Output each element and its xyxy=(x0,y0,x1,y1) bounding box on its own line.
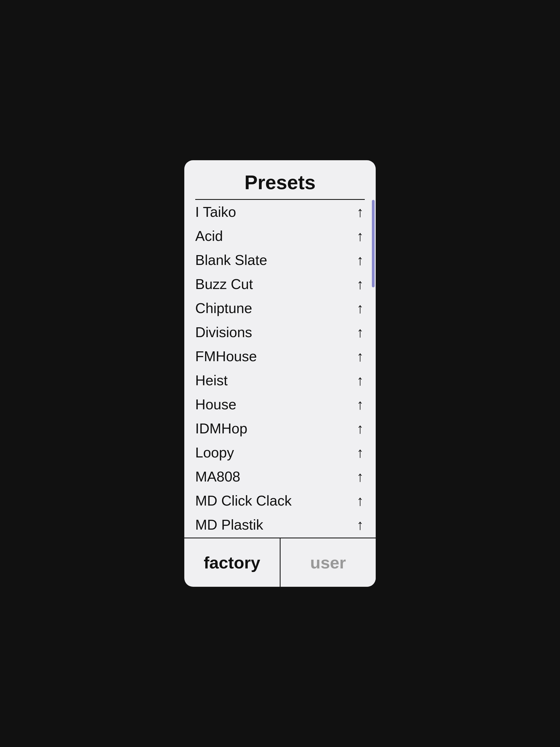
presets-list[interactable]: I Taiko↑Acid↑Blank Slate↑Buzz Cut↑Chiptu… xyxy=(184,200,371,538)
preset-arrow-icon[interactable]: ↑ xyxy=(357,468,364,485)
preset-arrow-icon[interactable]: ↑ xyxy=(357,276,364,292)
preset-arrow-icon[interactable]: ↑ xyxy=(357,324,364,340)
list-item[interactable]: Divisions↑ xyxy=(195,320,371,344)
preset-name: MD Plastik xyxy=(195,516,357,533)
list-item[interactable]: House↑ xyxy=(195,392,371,416)
preset-name: Divisions xyxy=(195,324,357,340)
list-item[interactable]: MD Poison↑ xyxy=(195,537,371,538)
factory-tab-label: factory xyxy=(204,553,260,572)
preset-name: Blank Slate xyxy=(195,252,357,268)
preset-name: Buzz Cut xyxy=(195,276,357,292)
preset-name: House xyxy=(195,396,357,413)
preset-name: MA808 xyxy=(195,468,357,485)
scrollbar-thumb xyxy=(372,200,375,287)
list-item[interactable]: MA808↑ xyxy=(195,465,371,489)
list-item[interactable]: IDMHop↑ xyxy=(195,416,371,440)
preset-arrow-icon[interactable]: ↑ xyxy=(357,348,364,364)
preset-arrow-icon[interactable]: ↑ xyxy=(357,420,364,437)
presets-panel: Presets I Taiko↑Acid↑Blank Slate↑Buzz Cu… xyxy=(184,160,376,587)
list-item[interactable]: Heist↑ xyxy=(195,368,371,392)
preset-arrow-icon[interactable]: ↑ xyxy=(357,492,364,509)
list-item[interactable]: MD Plastik↑ xyxy=(195,513,371,537)
user-tab-label: user xyxy=(310,553,346,572)
preset-name: Heist xyxy=(195,372,357,389)
preset-arrow-icon[interactable]: ↑ xyxy=(357,444,364,461)
preset-arrow-icon[interactable]: ↑ xyxy=(357,300,364,316)
preset-arrow-icon[interactable]: ↑ xyxy=(357,228,364,244)
bottom-tabs: factory user xyxy=(184,538,376,587)
scrollbar-track xyxy=(371,200,376,538)
preset-name: Chiptune xyxy=(195,300,357,316)
preset-arrow-icon[interactable]: ↑ xyxy=(357,204,364,220)
preset-arrow-icon[interactable]: ↑ xyxy=(357,396,364,413)
list-item[interactable]: Chiptune↑ xyxy=(195,296,371,320)
list-item[interactable]: Blank Slate↑ xyxy=(195,248,371,272)
preset-name: Loopy xyxy=(195,444,357,461)
preset-name: IDMHop xyxy=(195,420,357,437)
list-item[interactable]: I Taiko↑ xyxy=(195,200,371,224)
list-item[interactable]: Acid↑ xyxy=(195,224,371,248)
list-item[interactable]: Buzz Cut↑ xyxy=(195,272,371,296)
panel-title: Presets xyxy=(184,160,376,199)
list-item[interactable]: FMHouse↑ xyxy=(195,344,371,368)
preset-name: MD Click Clack xyxy=(195,492,357,509)
preset-name: I Taiko xyxy=(195,204,357,220)
preset-name: FMHouse xyxy=(195,348,357,364)
preset-arrow-icon[interactable]: ↑ xyxy=(357,252,364,268)
preset-name: Acid xyxy=(195,228,357,244)
preset-arrow-icon[interactable]: ↑ xyxy=(357,372,364,389)
tab-factory[interactable]: factory xyxy=(184,538,280,587)
list-container: I Taiko↑Acid↑Blank Slate↑Buzz Cut↑Chiptu… xyxy=(184,200,376,538)
list-item[interactable]: Loopy↑ xyxy=(195,440,371,465)
list-item[interactable]: MD Click Clack↑ xyxy=(195,489,371,513)
preset-arrow-icon[interactable]: ↑ xyxy=(357,516,364,533)
tab-user[interactable]: user xyxy=(281,538,376,587)
